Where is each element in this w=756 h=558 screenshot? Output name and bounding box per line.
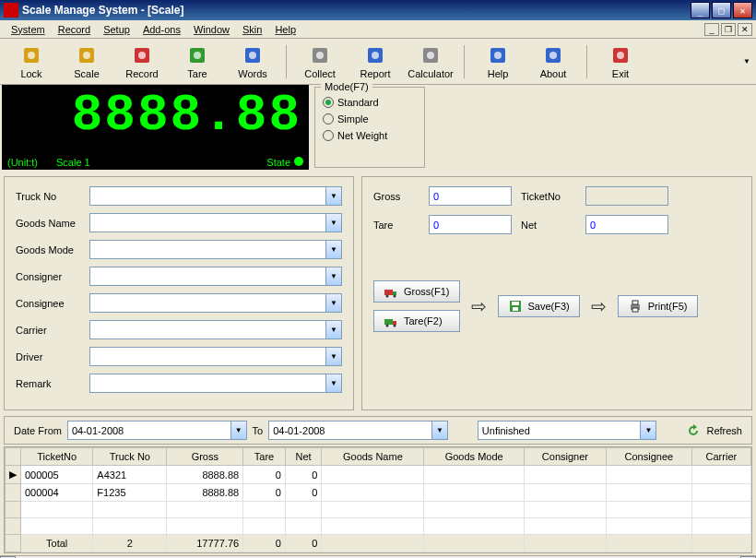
svg-point-3 <box>83 52 90 59</box>
goods-field[interactable]: ▼ <box>89 213 342 232</box>
truck-field[interactable]: ▼ <box>89 186 342 206</box>
gross-label: Gross <box>373 191 419 202</box>
toolbar-overflow-button[interactable]: ▼ <box>743 57 750 65</box>
toolbar-words-button[interactable]: Words <box>227 42 278 82</box>
chevron-down-icon[interactable]: ▼ <box>325 187 341 205</box>
net-field[interactable] <box>585 215 668 234</box>
chevron-down-icon[interactable]: ▼ <box>325 374 341 392</box>
chevron-down-icon[interactable]: ▼ <box>325 214 341 232</box>
svg-point-15 <box>427 52 434 59</box>
menubar: System Record Setup Add-ons Window Skin … <box>0 20 756 39</box>
print-button[interactable]: Print(F5) <box>618 295 698 317</box>
minimize-button[interactable]: _ <box>691 2 710 18</box>
svg-rect-34 <box>632 301 638 304</box>
menu-record[interactable]: Record <box>53 22 96 37</box>
radio-netweight[interactable]: Net Weight <box>323 130 417 141</box>
toolbar-scale-button[interactable]: Scale <box>61 42 112 82</box>
chevron-down-icon[interactable]: ▼ <box>230 421 246 439</box>
mdi-minimize-button[interactable]: _ <box>704 23 719 36</box>
entry-form: Truck No▼Goods Name▼Goods Mode▼Consigner… <box>4 176 354 410</box>
remark-field[interactable]: ▼ <box>89 374 342 393</box>
radio-simple[interactable]: Simple <box>323 113 417 125</box>
tare-button[interactable]: Tare(F2) <box>373 310 460 332</box>
ticketno-field[interactable] <box>585 186 668 206</box>
scale-label: Scale 1 <box>56 157 90 168</box>
toolbar-help-button[interactable]: Help <box>472 42 524 82</box>
consignee-field[interactable]: ▼ <box>89 293 342 313</box>
toolbar-exit-button[interactable]: Exit <box>595 42 646 82</box>
date-from-field[interactable]: ▼ <box>67 421 247 440</box>
table-row[interactable]: ▶000005A43218888.8800 <box>6 466 751 484</box>
tare-field[interactable] <box>429 215 512 234</box>
svg-point-13 <box>372 52 379 59</box>
toolbar-about-button[interactable]: About <box>527 42 579 82</box>
remark-label: Remark <box>16 378 89 389</box>
toolbar-calc-button[interactable]: Calculator <box>405 42 456 82</box>
toolbar-tare-button[interactable]: Tare <box>171 42 223 82</box>
table-row[interactable]: 000004F12358888.8800 <box>6 484 751 502</box>
titlebar: Scale Manage System - [Scale] _ □ ✕ <box>0 0 756 20</box>
column-header[interactable]: Tare <box>243 448 286 466</box>
svg-rect-23 <box>393 291 396 295</box>
chevron-down-icon[interactable]: ▼ <box>325 241 341 258</box>
chevron-down-icon[interactable]: ▼ <box>325 348 341 365</box>
collect-icon <box>309 44 331 66</box>
toolbar-report-button[interactable]: Report <box>349 42 401 82</box>
chevron-down-icon[interactable]: ▼ <box>325 267 341 285</box>
chevron-down-icon[interactable]: ▼ <box>325 321 341 338</box>
status-filter[interactable]: ▼ <box>478 421 657 440</box>
maximize-button[interactable]: □ <box>712 2 731 18</box>
date-to-field[interactable]: ▼ <box>268 421 448 440</box>
mdi-close-button[interactable]: ✕ <box>738 23 752 36</box>
radio-icon <box>323 130 334 141</box>
save-button[interactable]: Save(F3) <box>498 295 580 317</box>
svg-point-19 <box>549 52 557 59</box>
chevron-down-icon[interactable]: ▼ <box>325 294 341 312</box>
driver-field[interactable]: ▼ <box>89 347 342 366</box>
driver-label: Driver <box>16 351 89 362</box>
gross-button[interactable]: Gross(F1) <box>373 280 460 303</box>
close-button[interactable]: ✕ <box>733 2 752 18</box>
chevron-down-icon[interactable]: ▼ <box>640 421 656 439</box>
tare-label: Tare <box>373 220 419 231</box>
menu-skin[interactable]: Skin <box>237 22 267 37</box>
menu-setup[interactable]: Setup <box>98 22 136 37</box>
svg-rect-22 <box>384 290 393 295</box>
column-header[interactable]: Goods Name <box>322 448 424 466</box>
consigner-field[interactable]: ▼ <box>89 267 342 286</box>
toolbar-record-button[interactable]: Record <box>116 42 168 82</box>
menu-system[interactable]: System <box>6 22 51 37</box>
gmode-field[interactable]: ▼ <box>89 240 342 259</box>
column-header[interactable]: Gross <box>167 448 243 466</box>
column-header[interactable]: Carrier <box>691 448 750 466</box>
toolbar-collect-button[interactable]: Collect <box>294 42 346 82</box>
svg-point-29 <box>394 325 396 327</box>
svg-point-1 <box>28 52 35 59</box>
weight-value: 8888.88 <box>2 85 309 146</box>
column-header[interactable]: Net <box>285 448 321 466</box>
menu-addons[interactable]: Add-ons <box>137 22 186 37</box>
filter-bar: Date From ▼ To ▼ ▼ Refresh <box>4 416 752 445</box>
refresh-button[interactable]: Refresh <box>706 425 742 436</box>
column-header[interactable]: Truck No <box>93 448 167 466</box>
carrier-label: Carrier <box>16 325 89 336</box>
ticketno-label: TicketNo <box>521 191 576 202</box>
toolbar-lock-button[interactable]: Lock <box>6 42 57 82</box>
carrier-field[interactable]: ▼ <box>89 320 342 339</box>
menu-window[interactable]: Window <box>188 22 235 37</box>
unit-label: (Unit:t) <box>7 157 38 168</box>
chevron-down-icon[interactable]: ▼ <box>431 421 447 439</box>
svg-point-11 <box>316 52 324 59</box>
column-header[interactable]: Goods Mode <box>424 448 524 466</box>
radio-standard[interactable]: Standard <box>323 97 417 108</box>
radio-icon <box>323 97 334 108</box>
gross-field[interactable] <box>429 186 512 206</box>
menu-help[interactable]: Help <box>269 22 301 37</box>
column-header[interactable]: TicketNo <box>21 448 93 466</box>
svg-point-25 <box>394 295 396 298</box>
column-header[interactable]: Consignee <box>606 448 691 466</box>
goods-label: Goods Name <box>16 218 89 229</box>
column-header[interactable]: Consigner <box>524 448 606 466</box>
mdi-restore-button[interactable]: ❐ <box>721 23 736 36</box>
svg-point-5 <box>138 52 146 59</box>
